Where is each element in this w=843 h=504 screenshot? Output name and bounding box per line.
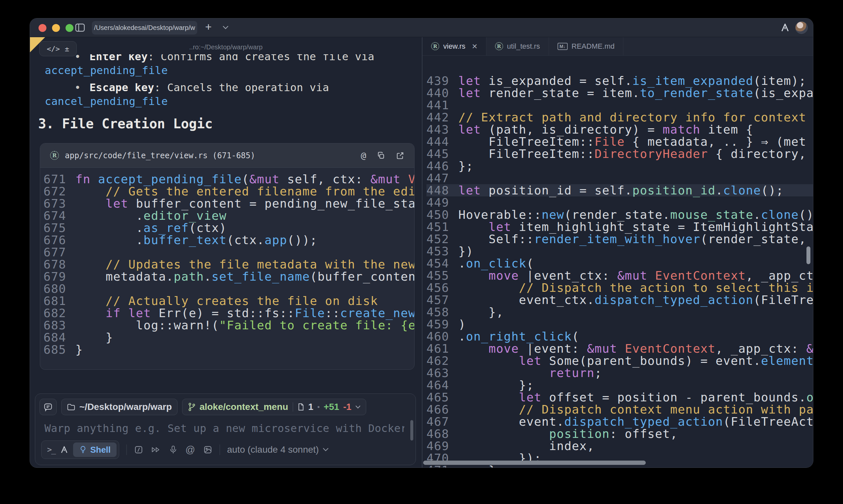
cwd-chip[interactable]: ~/Desktop/warp/warp	[61, 399, 177, 415]
line-number: 681	[44, 295, 66, 307]
agent-output-scroll[interactable]: •Enter key: Confirms and creates the fil…	[30, 54, 422, 393]
line-number: 469	[427, 440, 449, 452]
code-line: 443let (path, is_directory) = match item…	[427, 123, 813, 136]
context-chips: ~/Desktop/warp/warp aloke/context_menu 1…	[35, 394, 416, 415]
horizontal-scrollbar-thumb[interactable]	[423, 461, 646, 465]
bullet-icon: •	[74, 81, 81, 94]
line-number: 439	[427, 75, 449, 87]
bullet-icon: •	[74, 54, 81, 63]
code-line: 457 event_ctx.dispatch_typed_action(File…	[427, 294, 813, 306]
code-line-highlighted: 448let position_id = self.position_id.cl…	[427, 184, 813, 196]
line-number: 452	[427, 233, 449, 245]
input-toolbar: >_ Shell	[41, 440, 409, 459]
bookmark-corner	[30, 37, 45, 52]
toolbar-icons: @	[134, 445, 212, 455]
zoom-window-button[interactable]	[66, 24, 73, 32]
shell-mode-selected[interactable]: Shell	[73, 443, 117, 457]
terminal-prompt-icon[interactable]: >_	[44, 445, 55, 454]
code-toggle-icon[interactable]: </>	[47, 45, 60, 53]
open-in-editor-icon[interactable]	[396, 151, 405, 160]
code-line: 684 }	[44, 331, 414, 343]
line-number: 455	[427, 269, 449, 282]
line-number: 468	[427, 428, 449, 440]
line-number: 462	[427, 355, 449, 367]
conversation-chip[interactable]	[39, 399, 57, 415]
tab-label: util_test.rs	[507, 42, 540, 51]
code-line: 675 .as_ref(ctx)	[44, 222, 414, 234]
titlebar: /Users/alokedesai/Desktop/warp/w +	[30, 18, 813, 37]
microphone-icon[interactable]	[169, 445, 177, 454]
active-tab-title[interactable]: /Users/alokedesai/Desktop/warp/w	[92, 21, 197, 35]
mention-icon[interactable]: @	[185, 445, 195, 455]
line-number: 682	[44, 307, 66, 319]
line-number: 450	[427, 209, 449, 221]
editor-tab-README.md[interactable]: M↓README.md	[549, 37, 623, 55]
copy-icon[interactable]	[377, 151, 385, 160]
list-item-text: •Enter key: Confirms and creates the fil…	[45, 54, 422, 64]
folder-icon	[67, 403, 75, 411]
command-input-box[interactable]: ~/Desktop/warp/warp aloke/context_menu 1…	[35, 394, 416, 465]
image-attach-icon[interactable]	[203, 445, 212, 454]
vertical-scrollbar-thumb[interactable]	[806, 247, 810, 264]
close-window-button[interactable]	[38, 24, 47, 32]
code-line: 442// Extract path and directory info fo…	[427, 111, 813, 123]
line-number: 464	[427, 379, 449, 391]
warp-logo-icon[interactable]	[780, 23, 790, 33]
input-scrollbar-thumb[interactable]	[410, 420, 413, 440]
rust-file-icon: R	[50, 151, 59, 160]
code-line: 460.on_right_click(	[427, 330, 813, 342]
list-item-text: •Escape key: Cancels the operation via	[45, 80, 422, 94]
rust-file-icon: R	[495, 42, 503, 50]
line-number: 680	[44, 283, 66, 295]
line-number: 463	[427, 367, 449, 379]
slash-command-icon[interactable]	[134, 445, 143, 454]
chip-divider	[293, 402, 293, 412]
code-line: 456 // Dispatch the action to select thi…	[427, 282, 813, 294]
code-line: 439let is_expanded = self.is_item_expand…	[427, 75, 813, 87]
new-tab-button[interactable]: +	[205, 20, 212, 33]
line-number: 445	[427, 148, 449, 160]
toolbar-divider	[220, 445, 220, 455]
code-symbol-link[interactable]: cancel_pending_file	[45, 94, 422, 108]
minimize-window-button[interactable]	[52, 24, 60, 32]
diff-toggle-icon[interactable]: ±	[65, 45, 69, 53]
branch-label: aloke/context_menu	[200, 402, 288, 412]
code-symbol-link[interactable]: accept_pending_file	[45, 64, 422, 77]
lightbulb-icon	[79, 446, 87, 454]
user-avatar[interactable]	[795, 21, 808, 34]
line-number: 676	[44, 234, 66, 246]
code-snippet-title: app/src/code/file_tree/view.rs (671-685)	[65, 151, 355, 160]
model-label: auto (claude 4 sonnet)	[227, 445, 319, 455]
line-number: 457	[427, 294, 449, 306]
tab-list-chevron-icon[interactable]	[223, 26, 228, 30]
line-number: 673	[44, 197, 66, 210]
code-line: 467 event.dispatch_typed_action(FileTree…	[427, 415, 813, 428]
chevron-down-icon	[323, 448, 329, 452]
sidebar-toggle-icon[interactable]	[75, 23, 85, 33]
line-number: 441	[427, 99, 449, 111]
line-number: 460	[427, 330, 449, 342]
code-line: 469 index,	[427, 440, 813, 452]
editor-tab-view.rs[interactable]: Rview.rs×	[423, 37, 486, 55]
block-context-path: ..ro:~/Desktop/warp/warp	[30, 43, 422, 51]
line-number: 684	[44, 331, 66, 343]
code-line: 464 };	[427, 379, 813, 391]
git-branch-icon	[188, 402, 195, 412]
fast-forward-icon[interactable]	[151, 446, 161, 454]
command-input-placeholder[interactable]: Warp anything e.g. Set up a new microser…	[45, 422, 405, 435]
code-line: 463 return;	[427, 367, 813, 379]
deletions-count: -1	[343, 402, 351, 412]
mention-icon[interactable]: @	[361, 151, 366, 160]
warp-agent-icon[interactable]	[60, 446, 69, 454]
window-controls	[38, 24, 73, 32]
line-number: 454	[427, 257, 449, 269]
model-selector[interactable]: auto (claude 4 sonnet)	[227, 445, 329, 455]
editor-tab-util_test.rs[interactable]: Rutil_test.rs	[486, 37, 549, 55]
code-line: 676 .buffer_text(ctx.app());	[44, 234, 414, 246]
git-status-chip[interactable]: aloke/context_menu 1 • +51 -1	[182, 399, 366, 415]
editor-code-area[interactable]: 439let is_expanded = self.is_item_expand…	[423, 56, 813, 467]
code-line: 466 // Dispatch context menu action with…	[427, 403, 813, 415]
code-snippet-actions: @	[361, 151, 405, 160]
chevron-down-icon	[355, 405, 361, 409]
close-tab-icon[interactable]: ×	[472, 43, 477, 50]
